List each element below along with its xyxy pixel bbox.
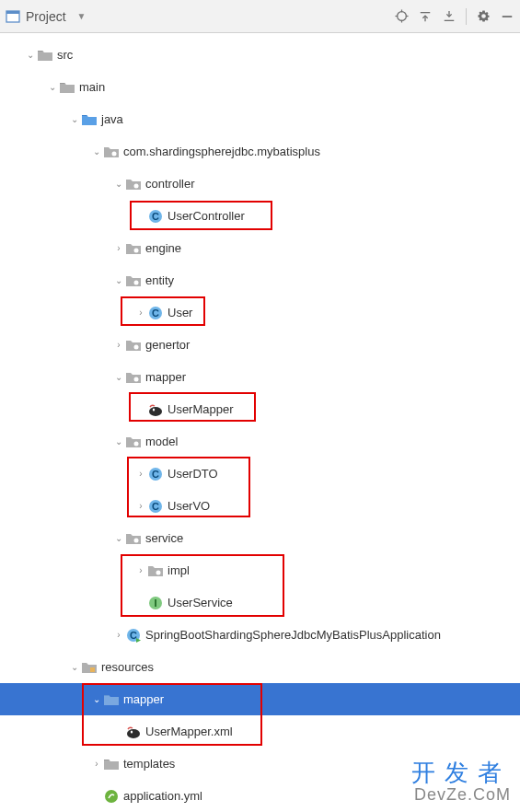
tree-node-templates[interactable]: › templates bbox=[0, 748, 520, 780]
project-toolbar: Project ▼ bbox=[0, 0, 520, 33]
package-icon bbox=[125, 240, 142, 257]
collapse-arrow-icon[interactable]: › bbox=[90, 759, 103, 769]
svg-text:C: C bbox=[130, 630, 137, 641]
tree-label: controller bbox=[145, 177, 194, 191]
gear-icon[interactable] bbox=[476, 9, 491, 24]
expand-all-icon[interactable] bbox=[418, 9, 433, 24]
expand-arrow-icon[interactable]: ⌄ bbox=[112, 436, 125, 447]
tree-node-mapper[interactable]: ⌄ mapper bbox=[0, 361, 520, 393]
svg-point-2 bbox=[397, 12, 406, 21]
source-folder-icon bbox=[81, 111, 98, 128]
collapse-arrow-icon[interactable]: › bbox=[112, 340, 125, 350]
expand-arrow-icon[interactable]: ⌄ bbox=[112, 179, 125, 189]
collapse-arrow-icon[interactable]: › bbox=[134, 307, 147, 318]
tree-label: java bbox=[101, 112, 123, 126]
collapse-arrow-icon[interactable]: › bbox=[112, 243, 125, 253]
tree-node-user[interactable]: › C User bbox=[0, 296, 520, 329]
expand-arrow-icon[interactable]: ⌄ bbox=[68, 114, 81, 124]
collapse-arrow-icon[interactable]: › bbox=[134, 565, 147, 575]
expand-arrow-icon[interactable]: ⌄ bbox=[90, 694, 103, 704]
collapse-arrow-icon[interactable]: › bbox=[134, 469, 147, 479]
tree-node-uservo[interactable]: › C UserVO bbox=[0, 490, 520, 522]
locate-icon[interactable] bbox=[394, 9, 409, 24]
dropdown-icon[interactable]: ▼ bbox=[77, 11, 87, 21]
class-icon: C bbox=[147, 305, 164, 321]
tree-node-userservice[interactable]: › I UserService bbox=[0, 586, 520, 619]
expand-arrow-icon[interactable]: ⌄ bbox=[90, 146, 103, 157]
tree-label: templates bbox=[123, 757, 175, 771]
tree-node-model[interactable]: ⌄ model bbox=[0, 425, 520, 458]
tree-node-genertor[interactable]: › genertor bbox=[0, 329, 520, 361]
package-icon bbox=[147, 563, 164, 579]
tree-node-service[interactable]: ⌄ service bbox=[0, 522, 520, 554]
tree-node-engine[interactable]: › engine bbox=[0, 232, 520, 264]
tree-label: com.shardingspherejdbc.mybatisplus bbox=[123, 145, 320, 158]
svg-text:C: C bbox=[152, 501, 159, 512]
expand-arrow-icon[interactable]: ⌄ bbox=[112, 372, 125, 382]
svg-point-20 bbox=[134, 344, 139, 349]
package-icon bbox=[125, 337, 142, 354]
folder-icon bbox=[103, 756, 120, 772]
expand-arrow-icon[interactable]: ⌄ bbox=[46, 82, 59, 92]
svg-text:C: C bbox=[152, 307, 159, 319]
svg-point-21 bbox=[134, 377, 139, 381]
class-icon: C bbox=[147, 466, 164, 482]
tree-node-main[interactable]: ⌄ main bbox=[0, 71, 520, 103]
expand-arrow-icon[interactable]: ⌄ bbox=[68, 662, 81, 672]
tree-node-usercontroller[interactable]: › C UserController bbox=[0, 200, 520, 232]
tree-node-mapper-res[interactable]: ⌄ mapper bbox=[0, 683, 520, 715]
tree-node-controller[interactable]: ⌄ controller bbox=[0, 168, 520, 200]
tree-label: mapper bbox=[123, 692, 164, 706]
tree-label: UserMapper.xml bbox=[145, 725, 233, 738]
tree-label: User bbox=[168, 306, 192, 319]
svg-point-23 bbox=[153, 408, 155, 411]
tree-label: mapper bbox=[145, 370, 186, 384]
tree-node-package[interactable]: ⌄ com.shardingspherejdbc.mybatisplus bbox=[0, 135, 520, 168]
tree-label: SpringBootShardingSphereJdbcMyBatisPlusA… bbox=[145, 628, 441, 642]
tree-node-src[interactable]: ⌄ src bbox=[0, 39, 520, 71]
toolbar-right bbox=[394, 8, 514, 25]
project-title[interactable]: Project bbox=[26, 9, 66, 24]
expand-arrow-icon[interactable]: ⌄ bbox=[112, 275, 125, 285]
tree-label: main bbox=[79, 80, 105, 94]
tree-node-application[interactable]: › C SpringBootShardingSphereJdbcMyBatisP… bbox=[0, 619, 520, 651]
tree-label: engine bbox=[145, 241, 181, 255]
hide-icon[interactable] bbox=[500, 9, 514, 24]
tree-node-impl[interactable]: › impl bbox=[0, 554, 520, 586]
svg-rect-11 bbox=[503, 16, 513, 17]
svg-text:C: C bbox=[152, 211, 159, 222]
tree-label: UserMapper bbox=[168, 402, 234, 416]
package-icon bbox=[125, 273, 142, 289]
svg-point-24 bbox=[134, 441, 139, 446]
collapse-all-icon[interactable] bbox=[442, 9, 456, 24]
tree-label: UserService bbox=[168, 596, 233, 609]
tree-node-application-yml[interactable]: › application.yml bbox=[0, 780, 520, 812]
tree-node-entity[interactable]: ⌄ entity bbox=[0, 264, 520, 296]
collapse-arrow-icon[interactable]: › bbox=[134, 501, 147, 511]
svg-point-17 bbox=[134, 280, 139, 284]
tree-node-resources[interactable]: ⌄ resources bbox=[0, 651, 520, 683]
tree-node-userdto[interactable]: › C UserDTO bbox=[0, 458, 520, 490]
collapse-arrow-icon[interactable]: › bbox=[112, 630, 125, 640]
toolbar-left: Project ▼ bbox=[6, 9, 86, 24]
svg-point-29 bbox=[134, 538, 139, 542]
package-icon bbox=[125, 369, 142, 386]
package-icon bbox=[125, 530, 142, 547]
tree-label: genertor bbox=[145, 338, 190, 352]
runnable-class-icon: C bbox=[125, 627, 142, 644]
expand-arrow-icon[interactable]: ⌄ bbox=[24, 50, 37, 60]
svg-rect-36 bbox=[90, 667, 95, 672]
svg-point-30 bbox=[156, 570, 161, 574]
svg-text:I: I bbox=[154, 597, 156, 609]
project-tree: ⌄ src ⌄ main ⌄ java ⌄ com.shardingsphere… bbox=[0, 33, 520, 812]
tree-node-java[interactable]: ⌄ java bbox=[0, 103, 520, 135]
svg-point-38 bbox=[131, 730, 133, 733]
resources-folder-icon bbox=[81, 659, 98, 676]
tree-node-usermapper-xml[interactable]: › UserMapper.xml bbox=[0, 715, 520, 748]
svg-rect-1 bbox=[6, 11, 19, 14]
expand-arrow-icon[interactable]: ⌄ bbox=[112, 533, 125, 543]
svg-point-13 bbox=[134, 183, 139, 188]
svg-point-12 bbox=[112, 151, 117, 156]
folder-icon bbox=[103, 691, 120, 708]
tree-node-usermapper[interactable]: › UserMapper bbox=[0, 393, 520, 425]
